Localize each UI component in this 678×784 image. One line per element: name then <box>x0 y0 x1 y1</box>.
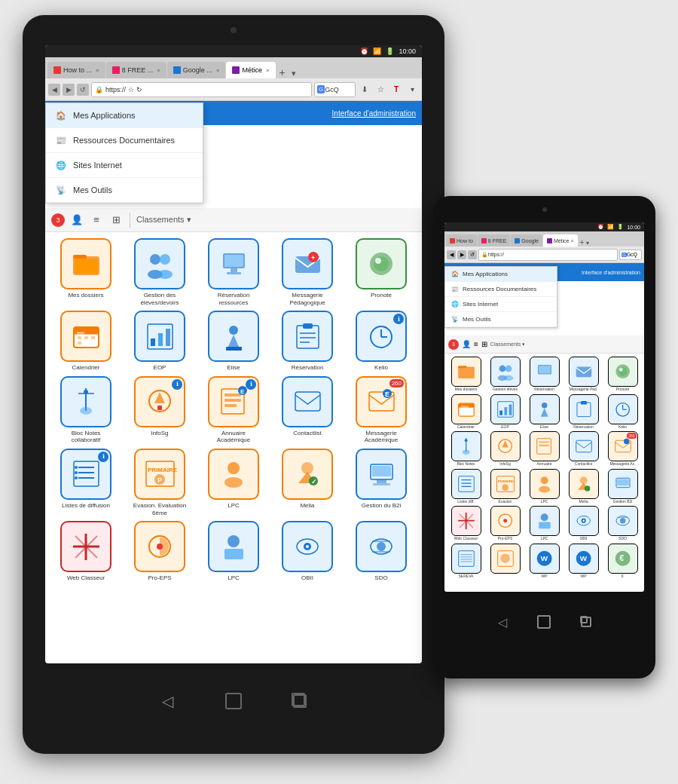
phone-app-mes-dossiers[interactable]: Mes dossiers <box>447 357 484 392</box>
phone-tab-metice[interactable]: Métice × <box>543 234 578 247</box>
phone-app-obii[interactable]: OBII <box>565 506 602 541</box>
phone-app-reservation[interactable]: Réservation <box>565 394 602 430</box>
text-icon[interactable]: T <box>389 83 403 96</box>
close-icon[interactable]: × <box>96 67 99 74</box>
reload-button[interactable]: ↺ <box>468 250 477 259</box>
phone-app-sereva[interactable]: SEREVA <box>447 544 484 579</box>
phone-user-icon[interactable]: 👤 <box>462 340 471 348</box>
phone-app-pro-eps[interactable]: Pro-EPS <box>487 506 524 541</box>
app-item-b2i[interactable]: Gestion du B2i <box>347 449 416 516</box>
new-tab-button[interactable]: + <box>276 66 289 78</box>
app-item-lpc2[interactable]: LPC <box>199 521 268 582</box>
phone-app-wp3[interactable]: W WP <box>565 544 602 579</box>
phone-tab-free[interactable]: 8 FREE <box>478 234 511 247</box>
app-item-sdo[interactable]: SDO <box>347 521 416 582</box>
address-bar[interactable]: 🔒 https:// ☆ ↻ <box>91 82 312 97</box>
list-view-icon[interactable]: ≡ <box>89 213 104 228</box>
dropdown-item-outils[interactable]: 📡 Mes Outils <box>46 178 203 203</box>
tab-how-to[interactable]: How to ... × <box>47 62 105 78</box>
phone-app-contactlist[interactable]: Contactlist <box>565 431 602 467</box>
back-nav-button[interactable]: ◁ <box>157 691 178 712</box>
phone-app-evasion[interactable]: PRIMAIRE Evasion <box>487 469 524 504</box>
classements-button[interactable]: Classements ▾ <box>136 215 191 225</box>
app-item-obii[interactable]: OBII <box>273 521 342 582</box>
app-item-elise[interactable]: Elise <box>199 311 268 372</box>
app-item-lpc[interactable]: LPC <box>199 449 268 516</box>
download-icon[interactable]: ⬇ <box>358 83 371 96</box>
phone-dd-ressources[interactable]: 📰 Ressources Documentaires <box>445 282 557 297</box>
dropdown-item-applications[interactable]: 🏠 Mes Applications <box>46 103 203 128</box>
close-icon[interactable]: × <box>266 67 270 74</box>
app-item-reservation[interactable]: Réservation <box>273 311 342 372</box>
phone-list-icon[interactable]: ≡ <box>474 340 478 348</box>
phone-app-wp2[interactable]: W WP <box>526 544 563 579</box>
app-item-eop[interactable]: EOP <box>125 311 194 372</box>
plus-icon[interactable]: + <box>579 238 586 247</box>
phone-admin-link[interactable]: Interface d'administration <box>582 270 640 275</box>
phone-home-nav[interactable] <box>537 615 551 629</box>
back-button[interactable]: ◀ <box>447 250 456 259</box>
phone-app-messagerie-ac[interactable]: 260 Messagerie Ac. <box>604 431 641 467</box>
close-icon[interactable]: × <box>157 67 160 74</box>
tab-metice[interactable]: Métice × <box>226 62 275 78</box>
chevron-icon[interactable]: ▾ <box>586 240 589 247</box>
phone-dd-apps[interactable]: 🏠 Mes Applications <box>445 267 557 282</box>
app-item-pronote[interactable]: Pronote <box>347 238 416 306</box>
app-item-evasion[interactable]: PRIMAIRE P Evasion. Evaluation 6ème <box>125 449 194 516</box>
phone-app-gestion[interactable]: Gestion élèves <box>487 357 524 392</box>
app-item-messagerie-ped[interactable]: + Messagerie Pédagogique <box>273 238 342 306</box>
phone-app-eop[interactable]: EOP <box>487 394 524 430</box>
admin-link[interactable]: Interface d'administration <box>332 109 416 118</box>
app-item-mes-dossiers[interactable]: Mes dossiers <box>51 238 121 306</box>
phone-app-elise[interactable]: Elise <box>526 394 563 430</box>
app-item-messagerie-ac[interactable]: E 260 Messagerie Académique <box>347 376 416 444</box>
forward-button[interactable]: ▶ <box>63 84 75 96</box>
dropdown-item-ressources[interactable]: 📰 Ressources Documentaires <box>46 128 203 153</box>
phone-app-lpc[interactable]: LPC <box>526 469 563 504</box>
phone-app-kelio[interactable]: Kelio <box>604 394 641 430</box>
search-box[interactable]: G GcQ <box>314 82 356 97</box>
app-item-calendrier[interactable]: 28 MAI Calendrier <box>51 311 121 372</box>
forward-button[interactable]: ▶ <box>457 250 466 259</box>
app-item-pro-eps[interactable]: Pro-EPS <box>125 521 194 582</box>
phone-tab-how[interactable]: How to <box>446 234 477 247</box>
phone-app-reservation-res[interactable]: Réservation <box>526 357 563 392</box>
close-icon[interactable]: × <box>571 238 574 243</box>
phone-app-sdo[interactable]: SDO <box>604 506 641 541</box>
home-nav-button[interactable] <box>223 691 244 712</box>
tab-8free[interactable]: 8 FREE ... × <box>106 62 166 78</box>
phone-app-pronote[interactable]: Pronote <box>604 357 641 392</box>
phone-app-euro[interactable]: € € <box>604 544 641 579</box>
phone-back-nav[interactable]: ◁ <box>498 615 507 629</box>
bookmark-icon[interactable]: ☆ <box>374 83 387 96</box>
app-item-gestion[interactable]: Gestion des élèves/devoirs <box>125 238 194 306</box>
phone-app-melia[interactable]: Melia <box>565 469 602 504</box>
app-item-melia[interactable]: ✓ Melia <box>273 449 342 516</box>
phone-app-bloc[interactable]: Bloc Notes <box>447 431 484 467</box>
phone-app-calendrier[interactable]: 28MAI Calendrier <box>447 394 484 430</box>
app-item-listes[interactable]: ℹ Listes de diffusion <box>51 449 121 516</box>
phone-app-lpc2[interactable]: LPC <box>526 506 563 541</box>
phone-app-b2i[interactable]: Gestion B2i <box>604 469 641 504</box>
phone-app-infosg[interactable]: InfoSg <box>487 431 524 467</box>
phone-tab-google[interactable]: Google <box>511 234 542 247</box>
close-icon[interactable]: × <box>216 67 220 74</box>
back-button[interactable]: ◀ <box>48 84 60 96</box>
phone-grid-icon[interactable]: ⊞ <box>481 340 487 348</box>
app-item-kelio[interactable]: ℹ Kelio <box>347 311 416 372</box>
phone-app-web-classeur[interactable]: Web Classeur <box>447 506 484 541</box>
phone-address-bar[interactable]: 🔒 https:// <box>478 249 618 261</box>
app-item-bloc-notes[interactable]: Bloc Notes collaboratif <box>51 376 121 444</box>
menu-icon[interactable]: ▾ <box>405 83 419 96</box>
grid-view-icon[interactable]: ⊞ <box>108 213 124 228</box>
app-item-web-classeur[interactable]: Web Classeur <box>51 521 121 582</box>
phone-app-listes[interactable]: Listes diff. <box>447 469 484 504</box>
reload-button[interactable]: ↺ <box>77 84 89 96</box>
recents-nav-button[interactable] <box>289 691 310 712</box>
phone-app-messagerie[interactable]: Messagerie Péd. <box>565 357 602 392</box>
phone-app-annuaire[interactable]: Annuaire <box>526 431 563 467</box>
user-icon[interactable]: 👤 <box>69 213 84 228</box>
phone-recents-nav[interactable] <box>581 617 591 627</box>
app-item-reservation-res[interactable]: Réservation ressources <box>199 238 268 306</box>
app-item-contactlist[interactable]: Contactlist <box>273 376 342 444</box>
